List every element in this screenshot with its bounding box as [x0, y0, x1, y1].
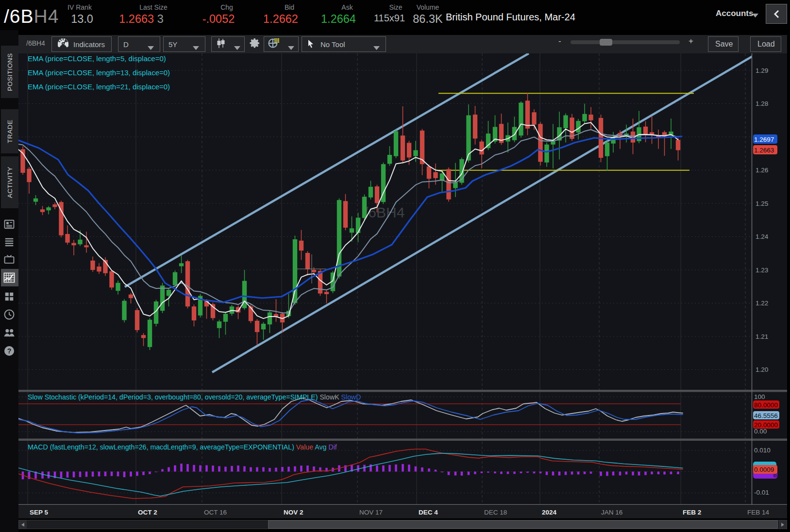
svg-text:1.20: 1.20	[756, 366, 768, 373]
svg-text:1.21: 1.21	[756, 333, 768, 340]
svg-text:MACD (fastLength=12, slowLengt: MACD (fastLength=12, slowLength=26, macd…	[28, 443, 337, 451]
svg-text:1.26: 1.26	[756, 166, 768, 174]
svg-text:Slow Stochastic (kPeriod=14, d: Slow Stochastic (kPeriod=14, dPeriod=3, …	[28, 393, 361, 401]
svg-text:0.010: 0.010	[754, 447, 771, 454]
svg-text:-0.01: -0.01	[754, 489, 769, 496]
svg-text:1.28: 1.28	[756, 100, 768, 107]
svg-text:EMA (price=CLOSE, length=5, di: EMA (price=CLOSE, length=5, displace=0)	[28, 54, 166, 63]
svg-text:0.00: 0.00	[754, 428, 767, 435]
svg-text:1.24: 1.24	[756, 233, 769, 240]
svg-text:80.0000: 80.0000	[754, 401, 778, 409]
svg-text:EMA (price=CLOSE, length=21, d: EMA (price=CLOSE, length=21, displace=0)	[28, 83, 170, 91]
svg-text:?: ?	[7, 347, 12, 355]
svg-text:100: 100	[754, 393, 765, 400]
svg-text:46.5556: 46.5556	[754, 412, 778, 419]
svg-text:1.29: 1.29	[756, 67, 768, 74]
svg-text:1.23: 1.23	[756, 266, 768, 274]
svg-text:EMA (price=CLOSE, length=13, d: EMA (price=CLOSE, length=13, displace=0)	[28, 68, 170, 77]
svg-text:1.2663: 1.2663	[754, 147, 774, 154]
svg-text:0.0009: 0.0009	[754, 466, 774, 473]
svg-text:1.2697: 1.2697	[754, 136, 774, 143]
svg-text:1.22: 1.22	[756, 299, 768, 307]
svg-text:1.25: 1.25	[756, 200, 768, 207]
svg-text:/6BH4: /6BH4	[364, 204, 404, 220]
